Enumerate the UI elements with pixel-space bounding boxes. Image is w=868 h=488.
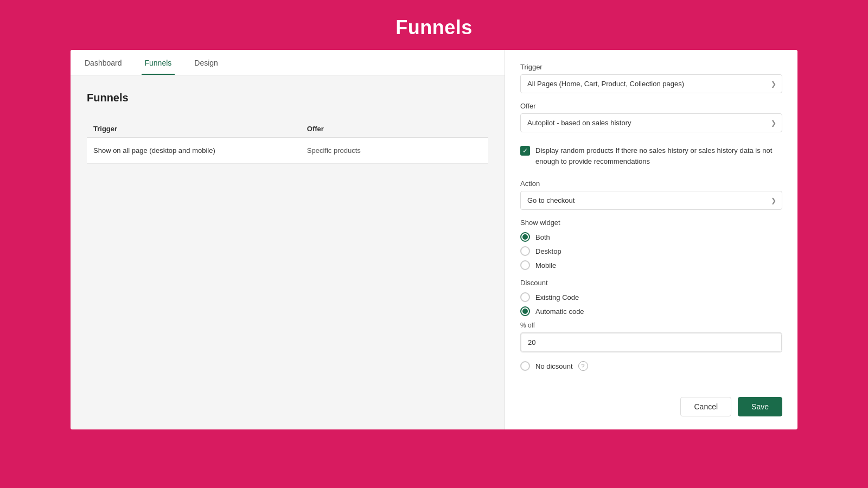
- random-products-checkbox[interactable]: ✓: [520, 146, 530, 156]
- random-products-checkbox-row: ✓ Display random products If there no sa…: [520, 141, 782, 171]
- percent-off-label: % off: [520, 322, 782, 329]
- radio-existing-code-outer: [520, 292, 530, 302]
- tab-funnels[interactable]: Funnels: [142, 50, 175, 75]
- offer-field: Offer Autopilot - based on sales history…: [520, 102, 782, 132]
- footer-buttons: Cancel Save: [520, 386, 782, 416]
- discount-radio-group: Existing Code Automatic code: [520, 292, 782, 316]
- radio-automatic-code-inner: [522, 309, 528, 314]
- no-discount-help-icon[interactable]: ?: [578, 361, 588, 371]
- left-title: Funnels: [87, 92, 488, 104]
- no-discount-row: No dicsount ?: [520, 361, 782, 371]
- percent-off-select[interactable]: 20: [520, 332, 782, 352]
- show-widget-radio-group: Both Desktop Mobile: [520, 232, 782, 270]
- trigger-column-header: Trigger: [93, 125, 307, 133]
- page-title: Funnels: [0, 0, 868, 50]
- checkmark-icon: ✓: [522, 147, 528, 154]
- radio-both-label: Both: [535, 233, 550, 241]
- trigger-field: Trigger All Pages (Home, Cart, Product, …: [520, 63, 782, 93]
- action-label: Action: [520, 179, 782, 188]
- radio-both-outer: [520, 232, 530, 242]
- trigger-label: Trigger: [520, 63, 782, 71]
- trigger-select-value: All Pages (Home, Cart, Product, Collecti…: [521, 75, 782, 93]
- percent-off-value: 20: [521, 333, 782, 352]
- action-select-value: Go to checkout: [521, 191, 782, 209]
- show-widget-both[interactable]: Both: [520, 232, 782, 242]
- radio-existing-code-label: Existing Code: [535, 293, 579, 301]
- radio-desktop-outer: [520, 246, 530, 256]
- left-content: Funnels Trigger Offer Show on all page (…: [71, 75, 505, 429]
- no-discount-label: No dicsount: [535, 362, 573, 370]
- offer-label: Offer: [520, 102, 782, 110]
- radio-both-inner: [522, 234, 528, 240]
- row-trigger: Show on all page (desktop and mobile): [93, 146, 307, 155]
- radio-automatic-code-outer: [520, 306, 530, 316]
- show-widget-desktop[interactable]: Desktop: [520, 246, 782, 256]
- discount-automatic-code[interactable]: Automatic code: [520, 306, 782, 316]
- table-row[interactable]: Show on all page (desktop and mobile) Sp…: [87, 138, 488, 164]
- no-discount-radio[interactable]: [520, 361, 530, 371]
- table-header: Trigger Offer: [87, 120, 488, 138]
- discount-existing-code[interactable]: Existing Code: [520, 292, 782, 302]
- trigger-select[interactable]: All Pages (Home, Cart, Product, Collecti…: [520, 74, 782, 93]
- show-widget-label: Show widget: [520, 219, 782, 227]
- left-panel: Dashboard Funnels Design Funnels Trigger…: [71, 50, 505, 429]
- offer-select-value: Autopilot - based on sales history: [521, 114, 782, 132]
- action-select[interactable]: Go to checkout ❯: [520, 191, 782, 210]
- random-products-label: Display random products If there no sale…: [535, 145, 782, 166]
- save-button[interactable]: Save: [738, 397, 782, 416]
- show-widget-mobile[interactable]: Mobile: [520, 260, 782, 270]
- tab-design[interactable]: Design: [191, 50, 221, 75]
- offer-column-header: Offer: [307, 125, 482, 133]
- radio-mobile-label: Mobile: [535, 261, 556, 269]
- right-panel: Trigger All Pages (Home, Cart, Product, …: [505, 50, 797, 429]
- show-widget-field: Show widget Both Desktop Mobile: [520, 219, 782, 270]
- nav-tabs: Dashboard Funnels Design: [71, 50, 505, 75]
- discount-field: Discount Existing Code Automatic code % …: [520, 279, 782, 352]
- row-offer: Specific products: [307, 146, 482, 155]
- action-field: Action Go to checkout ❯: [520, 179, 782, 210]
- offer-select[interactable]: Autopilot - based on sales history ❯: [520, 113, 782, 132]
- discount-label: Discount: [520, 279, 782, 287]
- radio-automatic-code-label: Automatic code: [535, 307, 584, 316]
- cancel-button[interactable]: Cancel: [680, 397, 731, 416]
- radio-mobile-outer: [520, 260, 530, 270]
- tab-dashboard[interactable]: Dashboard: [81, 50, 125, 75]
- main-container: Dashboard Funnels Design Funnels Trigger…: [71, 50, 797, 429]
- radio-desktop-label: Desktop: [535, 247, 561, 255]
